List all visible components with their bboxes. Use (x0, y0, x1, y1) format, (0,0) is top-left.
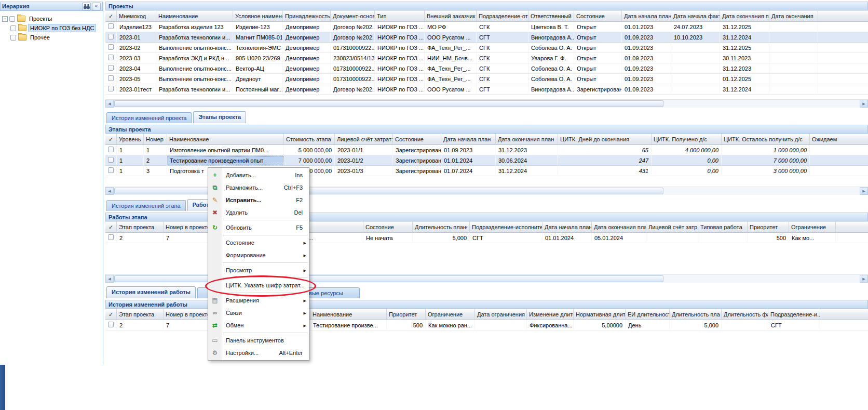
column-header[interactable]: Дата начала план (441, 134, 496, 145)
column-header[interactable]: Этап проекта (117, 309, 164, 320)
menu-item[interactable]: Состояние▶ (208, 236, 309, 249)
column-header[interactable]: Дата окончания пл (720, 10, 769, 22)
row-checkbox[interactable] (108, 44, 114, 50)
scroll-thumb[interactable] (114, 275, 663, 282)
column-header[interactable]: Стоимость этапа (284, 134, 335, 145)
table-row[interactable]: 2023-01Разработка технологии и...Магнит … (105, 32, 868, 43)
column-header[interactable] (820, 309, 868, 320)
column-header[interactable]: Нормативная длит (574, 309, 626, 320)
column-header[interactable]: ✓ (105, 10, 117, 22)
scroll-right-button[interactable]: ▶ (860, 275, 868, 283)
table-row[interactable]: 12Тестирование произведенной опыт7 000 0… (105, 155, 868, 166)
column-header[interactable]: Приоритет (387, 309, 426, 320)
menu-item[interactable]: ⇄Обмен▶ (208, 319, 309, 332)
column-header[interactable]: Документ-основан (331, 10, 375, 22)
tree-item-label[interactable]: НИОКР по ГОЗ без НДС (29, 24, 96, 32)
column-header[interactable]: ЕИ длительности (626, 309, 670, 320)
menu-item[interactable]: +Добавить...Ins (208, 169, 309, 181)
menu-item[interactable]: ↻ОбновитьF5 (208, 221, 309, 234)
column-header[interactable]: Условное наименова (233, 10, 283, 22)
column-header[interactable]: Подразделение-от (477, 10, 528, 22)
table-row[interactable]: 11Изготовление опытной партии ПМ0...5 00… (105, 145, 868, 155)
tree-checkbox[interactable] (10, 35, 16, 41)
column-header[interactable]: ✓ (105, 134, 117, 145)
menu-item[interactable]: ∞Связи▶ (208, 307, 309, 319)
menu-item[interactable]: ▤Расширения▶ (208, 294, 309, 307)
tab[interactable]: История изменений этапа (106, 200, 186, 211)
tree-checkbox[interactable] (9, 16, 15, 22)
scroll-left-button[interactable]: ◀ (105, 187, 114, 195)
scroll-thumb[interactable] (114, 100, 663, 107)
row-checkbox[interactable] (108, 55, 114, 60)
column-header[interactable]: ЦИТК. Осталось получить д/с (722, 134, 810, 145)
column-header[interactable]: Этап проекта (117, 221, 164, 233)
column-header[interactable]: Номер в проекте (164, 309, 213, 320)
column-header[interactable]: Состояние (574, 10, 622, 22)
column-header[interactable]: Ожидаем (810, 134, 868, 145)
menu-item[interactable]: ✖УдалитьDel (208, 206, 309, 219)
column-header[interactable]: Дата ограничения (475, 309, 527, 320)
column-header[interactable]: Наименование (156, 10, 233, 22)
column-header[interactable]: Подразделение-и... (768, 309, 820, 320)
menu-item[interactable]: ⚙Настройки...Alt+Enter (208, 347, 309, 359)
column-header[interactable]: Изменение длите (527, 309, 574, 320)
search-button[interactable] (82, 3, 91, 10)
column-header[interactable]: Внешний заказчик (425, 10, 477, 22)
row-checkbox[interactable] (108, 234, 114, 240)
column-menu-arrow-icon[interactable]: ▼ (465, 226, 468, 229)
column-header[interactable]: Номер (144, 134, 167, 145)
column-header[interactable]: Длительность пла (670, 309, 722, 320)
column-header[interactable]: Дата окончания план (592, 221, 646, 233)
tree-expand-icon[interactable]: − (2, 16, 8, 22)
row-checkbox[interactable] (108, 65, 114, 71)
tree-item[interactable]: НИОКР по ГОЗ без НДС (0, 23, 103, 33)
column-header[interactable]: Приоритет (748, 221, 789, 233)
tab[interactable]: Этапы проекта (193, 111, 246, 123)
column-header[interactable]: Длительность план▼ (413, 221, 470, 233)
column-header[interactable]: Тип (375, 10, 425, 22)
column-header[interactable]: Уровень (117, 134, 144, 145)
column-header[interactable]: Состояние (363, 221, 413, 233)
tree-item-label[interactable]: Проекты (28, 15, 53, 22)
column-header[interactable]: ЦИТК. Получено д/с (652, 134, 722, 145)
scroll-thumb[interactable] (114, 188, 663, 194)
column-header[interactable]: Типовая работа (698, 221, 748, 233)
table-row[interactable]: 2023-02Выполнение опытно-конс...Технолог… (105, 43, 868, 53)
column-header[interactable]: Дата начала план. (542, 221, 592, 233)
column-header[interactable] (836, 221, 868, 233)
menu-item[interactable]: ✎Исправить...F2 (208, 194, 309, 206)
tab[interactable]: История изменений проекта (106, 112, 192, 123)
column-header[interactable]: Ограничение (789, 221, 836, 233)
row-checkbox[interactable] (108, 322, 114, 327)
column-header[interactable]: Принадлежность (283, 10, 331, 22)
row-checkbox[interactable] (108, 34, 114, 39)
menu-item[interactable]: ▭Панель инструментов (208, 334, 309, 347)
column-header[interactable]: Длительность фак (722, 309, 768, 320)
row-checkbox[interactable] (108, 86, 114, 91)
row-checkbox[interactable] (108, 157, 114, 163)
column-header[interactable]: Ответственный (528, 10, 574, 22)
tab[interactable]: История изменений работы (106, 286, 196, 298)
table-row[interactable]: 2023-03Разработка ЭКД и РКД н...905-U020… (105, 53, 868, 63)
column-header[interactable]: Дата начала план. (622, 10, 671, 22)
scroll-right-button[interactable]: ▶ (860, 100, 868, 108)
scroll-left-button[interactable]: ◀ (105, 275, 114, 283)
tree-item[interactable]: Прочее (0, 33, 103, 42)
scroll-right-button[interactable]: ▶ (860, 187, 868, 195)
row-checkbox[interactable] (108, 23, 114, 29)
column-header[interactable]: Подразделение-исполнитель. (470, 221, 542, 233)
column-header[interactable]: Наименование (167, 134, 284, 145)
column-header[interactable]: Номер в проекте (164, 221, 213, 233)
column-header[interactable]: ✓ (105, 309, 117, 320)
column-header[interactable]: Дата окончания (769, 10, 818, 22)
collapse-panel-button[interactable]: « (92, 3, 101, 10)
tree-item-label[interactable]: Прочее (29, 34, 51, 41)
tree-checkbox[interactable] (10, 25, 16, 31)
column-header[interactable]: Дата начала факт (671, 10, 720, 22)
table-row[interactable]: Изделие123Разработка изделия 123Изделие-… (105, 22, 868, 32)
column-header[interactable] (818, 10, 868, 22)
column-header[interactable]: Ограничение (426, 309, 475, 320)
column-header[interactable]: Лицевой счёт затр (646, 221, 698, 233)
scroll-left-button[interactable]: ◀ (105, 100, 114, 108)
tree-item[interactable]: −Проекты (0, 14, 103, 23)
